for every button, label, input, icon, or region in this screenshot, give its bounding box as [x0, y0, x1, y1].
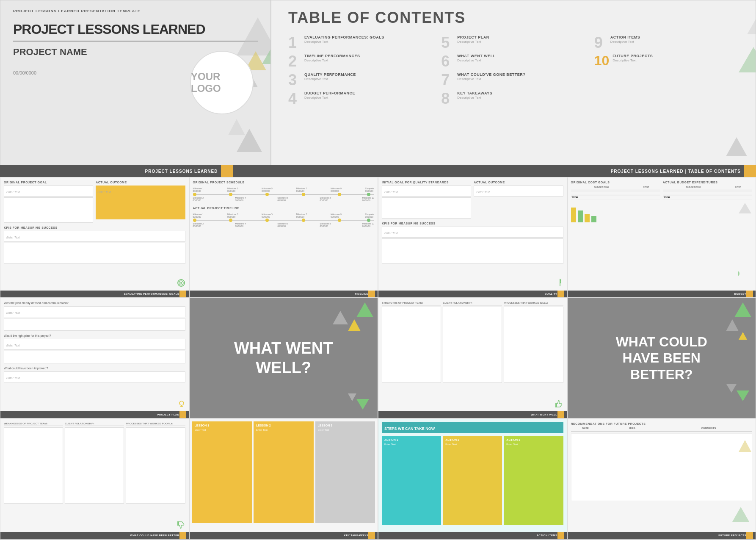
timeline-header1: ORIGINAL PROJECT SCHEDULE	[193, 181, 375, 184]
svg-point-2	[180, 282, 182, 284]
svg-rect-7	[177, 522, 179, 525]
goals-input1: Enter Text	[4, 186, 93, 197]
toc-label-2: TIMELINE PERFORMANCES	[304, 54, 360, 58]
thumbsdown-icon	[177, 521, 185, 529]
toc-grid: 1 EVALUATING PERFORMANCES: GOALS Descrip…	[288, 35, 739, 110]
main-title: PROJECT LESSONS LEARNED	[13, 22, 258, 42]
quality-outcome: Enter Text	[474, 186, 563, 197]
lesson2-text: Enter Text	[256, 429, 311, 431]
what-could-better-big-text: WHAT COULD HAVE BEEN BETTER?	[607, 325, 716, 391]
quality-kpi-header: KPIs for MEASURING SUCCESS	[382, 222, 563, 225]
action-footer: ACTION ITEMS	[378, 532, 567, 539]
wwt-footer: WHAT WENT WELL	[378, 411, 567, 418]
what-went-well-big-text: WHAT WENT WELL?	[226, 330, 342, 386]
toc-item-3: 3 QUALITY PERFORMANCE Descriptive Text	[288, 72, 433, 88]
toc-desc-9: Descriptive Text	[610, 40, 640, 44]
budget-header1: ORIGINAL COST GOALS	[571, 181, 660, 184]
budget-icon	[734, 270, 743, 279]
action1-text: Enter Text	[384, 443, 439, 446]
quality-input2	[382, 197, 471, 219]
goals-kpi-input: Enter Text	[4, 231, 185, 242]
goals-kpi-input2	[4, 243, 185, 264]
toc-desc-4: Descriptive Text	[304, 96, 355, 100]
plan-q2: Was it the right plan for this project?	[4, 334, 185, 337]
toc-slide: TABLE OF CONTENTS 1 EVALUATING PERFORMAN…	[271, 0, 756, 165]
action3-text: Enter Text	[506, 443, 560, 446]
lesson1-text: Enter Text	[195, 429, 250, 431]
wwt-col1-input	[382, 307, 441, 383]
wcb-col2-input	[65, 427, 124, 504]
toc-num-2: 2	[288, 54, 301, 69]
slides-grid: ORIGINAL PROJECT GOAL Enter Text ACTUAL …	[0, 177, 756, 539]
toc-item-10: 10 FUTURE PROJECTS Descriptive Text	[594, 54, 739, 67]
future-header: RECOMMENDATIONS FOR FUTURE PROJECTS	[571, 422, 753, 425]
toc-label-3: QUALITY PERFORMANCE	[304, 72, 356, 77]
quality-input1: Enter Text	[382, 186, 471, 197]
toc-desc-3: Descriptive Text	[304, 77, 356, 81]
lesson1-label: LESSON 1	[195, 424, 250, 427]
future-content	[571, 433, 753, 501]
slide-evaluating-goals: ORIGINAL PROJECT GOAL Enter Text ACTUAL …	[0, 177, 189, 298]
slide-action-items: STEPS WE CAN TAKE NOW ACTION 1 Enter Tex…	[378, 418, 567, 539]
toc-num-9: 9	[594, 35, 607, 50]
action3-label: ACTION 3	[506, 438, 560, 441]
toc-label-7: WHAT COULD'VE GONE BETTER?	[457, 72, 525, 77]
lesson3-label: LESSON 3	[318, 424, 373, 427]
toc-num-5: 5	[441, 35, 454, 50]
toc-title: TABLE OF CONTENTS	[288, 9, 739, 27]
toc-item-9: 9 ACTION ITEMS Descriptive Text	[594, 35, 739, 50]
thumbsup-icon	[555, 400, 563, 408]
future-col-idea: IDEA	[603, 427, 662, 429]
title-slide: PROJECT LESSONS LEARNED PRESENTATION TEM…	[0, 0, 271, 165]
slide-future-projects: RECOMMENDATIONS FOR FUTURE PROJECTS DATE…	[567, 418, 756, 539]
toc-desc-7: Descriptive Text	[457, 77, 525, 81]
toc-num-3: 3	[288, 72, 301, 88]
slide-what-went-well-data: STRENGTHS OF PROJECT TEAM: CLIENT RELATI…	[378, 298, 567, 418]
slide-timeline: ORIGINAL PROJECT SCHEDULE Milestone 100/…	[189, 177, 378, 298]
toc-item-1: 1 EVALUATING PERFORMANCES: GOALS Descrip…	[288, 35, 433, 50]
toc-label-5: PROJECT PLAN	[457, 35, 489, 40]
goals-footer: EVALUATING PERFORMANCES: GOALS	[0, 291, 189, 297]
wwt-col3-header: PROCESSES THAT WORKED WELL:	[504, 302, 563, 305]
takeaways-footer: KEY TAKEAWAYS	[190, 532, 378, 539]
slide-template-label: PROJECT LESSONS LEARNED PRESENTATION TEM…	[13, 9, 258, 13]
toc-desc-6: Descriptive Text	[457, 58, 495, 62]
timeline-footer: TIMELINE	[190, 291, 378, 297]
divider-left-text: PROJECT LESSONS LEARNED	[0, 165, 378, 177]
toc-desc-1: Descriptive Text	[304, 40, 384, 44]
wcb-col3-header: PROCESSES THAT WORKED POORLY:	[126, 422, 185, 426]
future-col-date: DATE	[571, 427, 600, 429]
lesson3-text: Enter Text	[318, 429, 373, 431]
slide-quality: INITIAL GOAL FOR QUALITY STANDARDS Enter…	[378, 177, 567, 298]
budget-table-left: BUDGET ITEMCOST TOTAL	[571, 186, 660, 199]
plan-q1: Was the plan clearly defined and communi…	[4, 302, 185, 305]
divider-right-text: PROJECT LESSONS LEARNED | TABLE OF CONTE…	[378, 165, 756, 177]
toc-label-10: FUTURE PROJECTS	[613, 54, 653, 58]
goals-header1: ORIGINAL PROJECT GOAL	[4, 181, 93, 184]
svg-point-3	[179, 401, 184, 405]
divider-bar: PROJECT LESSONS LEARNED PROJECT LESSONS …	[0, 165, 756, 177]
quality-header2: ACTUAL OUTCOME	[474, 181, 563, 184]
goals-outcome-text: Enter Text	[97, 191, 111, 194]
slide-project-plan: Was the plan clearly defined and communi…	[0, 298, 189, 418]
toc-item-6: 6 WHAT WENT WELL Descriptive Text	[441, 54, 585, 69]
toc-item-8: 8 KEY TAKEAWAYS Descriptive Text	[441, 91, 585, 106]
toc-num-7: 7	[441, 72, 454, 88]
lesson2-label: LESSON 2	[256, 424, 311, 427]
goals-input2	[4, 197, 93, 223]
wwt-col3-input	[504, 307, 563, 383]
quality-footer: QUALITY	[378, 291, 567, 297]
toc-desc-2: Descriptive Text	[304, 58, 360, 62]
slide-what-went-well-big: WHAT WENT WELL?	[189, 298, 378, 418]
plan-input2b	[4, 351, 185, 363]
budget-header2: ACTUAL BUDGET EXPENDITURES	[663, 181, 752, 184]
quality-icon	[557, 279, 563, 287]
action2-text: Enter Text	[445, 443, 499, 446]
wcb-col2-header: CLIENT RELATIONSHIP:	[65, 422, 124, 426]
toc-label-6: WHAT WENT WELL	[457, 54, 495, 58]
wcb-col1-header: WEAKNESSES OF PROJECT TEAM:	[4, 422, 63, 426]
plan-input2: Enter Text	[4, 339, 185, 350]
lightbulb-icon	[178, 400, 185, 408]
toc-item-5: 5 PROJECT PLAN Descriptive Text	[441, 35, 585, 50]
quality-header1: INITIAL GOAL FOR QUALITY STANDARDS	[382, 181, 471, 184]
